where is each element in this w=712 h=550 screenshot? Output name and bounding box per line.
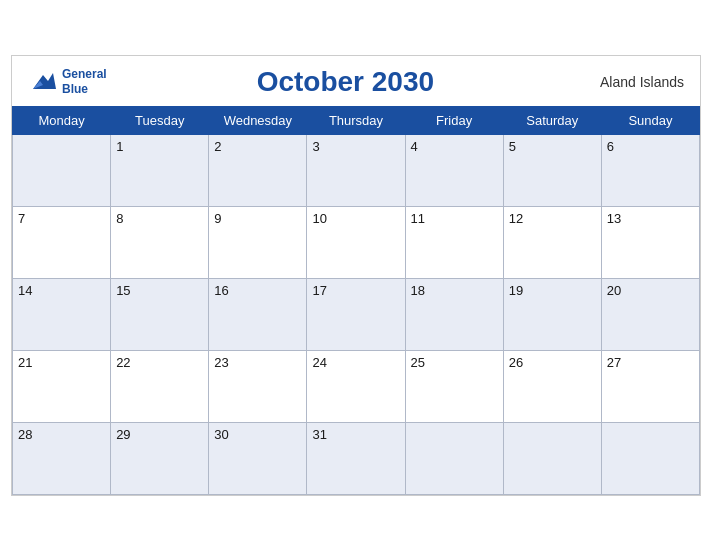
col-wednesday: Wednesday	[209, 106, 307, 134]
day-number: 26	[509, 355, 523, 370]
calendar-day-cell: 17	[307, 278, 405, 350]
day-number: 31	[312, 427, 326, 442]
logo-area: General Blue	[28, 67, 107, 97]
day-number: 15	[116, 283, 130, 298]
calendar-day-cell	[13, 134, 111, 206]
day-number: 3	[312, 139, 319, 154]
day-number: 13	[607, 211, 621, 226]
logo-blue: Blue	[62, 82, 88, 96]
calendar-header: General Blue October 2030 Aland Islands	[12, 56, 700, 106]
col-monday: Monday	[13, 106, 111, 134]
day-number: 27	[607, 355, 621, 370]
calendar-day-cell: 1	[111, 134, 209, 206]
col-sunday: Sunday	[601, 106, 699, 134]
calendar-day-cell: 21	[13, 350, 111, 422]
calendar-day-cell: 14	[13, 278, 111, 350]
calendar-day-cell: 28	[13, 422, 111, 494]
logo-general: General	[62, 67, 107, 81]
calendar-day-cell: 26	[503, 350, 601, 422]
day-number: 7	[18, 211, 25, 226]
weekday-header-row: Monday Tuesday Wednesday Thursday Friday…	[13, 106, 700, 134]
day-number: 8	[116, 211, 123, 226]
day-number: 6	[607, 139, 614, 154]
day-number: 19	[509, 283, 523, 298]
day-number: 29	[116, 427, 130, 442]
calendar-day-cell: 30	[209, 422, 307, 494]
calendar-day-cell: 27	[601, 350, 699, 422]
day-number: 14	[18, 283, 32, 298]
day-number: 17	[312, 283, 326, 298]
calendar-week-row: 14151617181920	[13, 278, 700, 350]
day-number: 1	[116, 139, 123, 154]
calendar-day-cell: 12	[503, 206, 601, 278]
region-label: Aland Islands	[584, 74, 684, 90]
calendar-day-cell: 31	[307, 422, 405, 494]
calendar-week-row: 78910111213	[13, 206, 700, 278]
calendar-day-cell: 3	[307, 134, 405, 206]
calendar-title: October 2030	[107, 66, 584, 98]
calendar-day-cell: 7	[13, 206, 111, 278]
day-number: 11	[411, 211, 425, 226]
day-number: 24	[312, 355, 326, 370]
calendar-day-cell: 16	[209, 278, 307, 350]
day-number: 18	[411, 283, 425, 298]
calendar-day-cell: 10	[307, 206, 405, 278]
logo-bird-icon	[28, 67, 58, 97]
calendar-day-cell: 24	[307, 350, 405, 422]
calendar-day-cell: 6	[601, 134, 699, 206]
day-number: 16	[214, 283, 228, 298]
day-number: 10	[312, 211, 326, 226]
day-number: 21	[18, 355, 32, 370]
day-number: 20	[607, 283, 621, 298]
calendar-day-cell: 5	[503, 134, 601, 206]
logo-text: General Blue	[62, 67, 107, 96]
calendar-day-cell: 22	[111, 350, 209, 422]
day-number: 28	[18, 427, 32, 442]
calendar-day-cell: 29	[111, 422, 209, 494]
day-number: 23	[214, 355, 228, 370]
calendar-week-row: 28293031	[13, 422, 700, 494]
day-number: 30	[214, 427, 228, 442]
calendar-day-cell: 19	[503, 278, 601, 350]
calendar-day-cell	[601, 422, 699, 494]
day-number: 5	[509, 139, 516, 154]
day-number: 4	[411, 139, 418, 154]
col-friday: Friday	[405, 106, 503, 134]
calendar-day-cell: 20	[601, 278, 699, 350]
day-number: 9	[214, 211, 221, 226]
calendar-day-cell: 25	[405, 350, 503, 422]
calendar-day-cell: 8	[111, 206, 209, 278]
calendar-day-cell: 9	[209, 206, 307, 278]
calendar-day-cell	[405, 422, 503, 494]
calendar-day-cell: 18	[405, 278, 503, 350]
day-number: 25	[411, 355, 425, 370]
calendar-day-cell: 15	[111, 278, 209, 350]
calendar-day-cell: 4	[405, 134, 503, 206]
col-thursday: Thursday	[307, 106, 405, 134]
col-tuesday: Tuesday	[111, 106, 209, 134]
calendar-day-cell: 13	[601, 206, 699, 278]
day-number: 12	[509, 211, 523, 226]
calendar: General Blue October 2030 Aland Islands …	[11, 55, 701, 496]
day-number: 22	[116, 355, 130, 370]
calendar-week-row: 21222324252627	[13, 350, 700, 422]
day-number: 2	[214, 139, 221, 154]
col-saturday: Saturday	[503, 106, 601, 134]
calendar-table: Monday Tuesday Wednesday Thursday Friday…	[12, 106, 700, 495]
calendar-day-cell	[503, 422, 601, 494]
calendar-day-cell: 23	[209, 350, 307, 422]
calendar-week-row: 123456	[13, 134, 700, 206]
calendar-day-cell: 2	[209, 134, 307, 206]
calendar-day-cell: 11	[405, 206, 503, 278]
